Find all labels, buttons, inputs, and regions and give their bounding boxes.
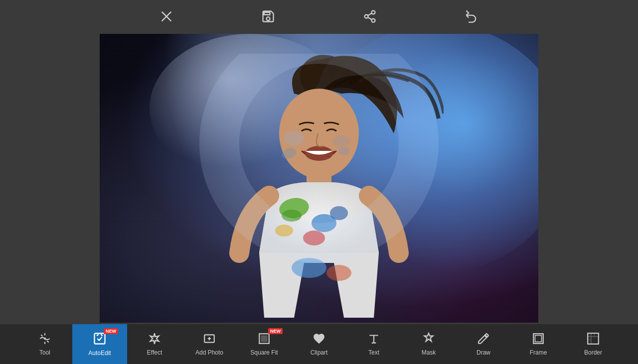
close-button[interactable]: [156, 5, 177, 27]
autoedit-label: AutoEdit: [88, 350, 111, 357]
text-label: Text: [368, 349, 379, 356]
border-label: Border: [584, 349, 602, 356]
addphoto-label: Add Photo: [195, 349, 223, 356]
mask-icon: [422, 332, 435, 347]
share-button[interactable]: [359, 5, 381, 27]
svg-point-18: [284, 131, 304, 146]
mask-button[interactable]: Mask: [401, 324, 456, 364]
svg-rect-28: [95, 334, 105, 344]
svg-line-5: [368, 17, 372, 19]
svg-rect-33: [262, 336, 267, 342]
autoedit-new-badge: NEW: [104, 328, 118, 334]
squarefit-button[interactable]: NEW Square Fit: [237, 324, 292, 364]
photo-background: [100, 34, 538, 323]
frame-icon: [532, 332, 545, 347]
undo-button[interactable]: [461, 5, 482, 27]
svg-point-12: [330, 206, 348, 220]
svg-point-19: [332, 135, 350, 147]
squarefit-label: Square Fit: [250, 349, 278, 356]
top-toolbar: [0, 0, 638, 32]
svg-point-2: [372, 10, 375, 14]
mask-label: Mask: [422, 349, 436, 356]
addphoto-icon: [203, 332, 216, 347]
effect-icon: [148, 332, 161, 347]
clipart-label: Clipart: [311, 349, 328, 356]
person-figure: [194, 54, 444, 323]
draw-icon: [477, 332, 490, 347]
svg-line-6: [368, 13, 372, 15]
svg-line-25: [41, 335, 42, 336]
effect-button[interactable]: Effect: [127, 324, 182, 364]
svg-line-26: [47, 341, 49, 343]
border-icon: [587, 332, 600, 347]
svg-point-27: [44, 338, 45, 339]
autoedit-button[interactable]: NEW AutoEdit: [72, 324, 127, 364]
photo-canvas: [100, 34, 538, 323]
canvas-area: [0, 32, 638, 324]
draw-label: Draw: [477, 349, 490, 356]
svg-point-17: [338, 147, 350, 155]
svg-point-3: [365, 14, 368, 18]
text-button[interactable]: Text: [346, 324, 401, 364]
svg-rect-36: [588, 333, 599, 344]
tool-button[interactable]: Tool: [17, 324, 72, 364]
draw-button[interactable]: Draw: [456, 324, 511, 364]
frame-label: Frame: [530, 349, 547, 356]
text-icon: [367, 332, 380, 347]
svg-point-21: [326, 265, 351, 281]
border-button[interactable]: Border: [566, 324, 621, 364]
clipart-button[interactable]: Clipart: [292, 324, 346, 364]
svg-rect-35: [535, 336, 542, 342]
bottom-toolbar: Tool NEW AutoEdit Effect Add: [0, 324, 638, 364]
clipart-icon: [313, 332, 325, 347]
effect-label: Effect: [147, 349, 162, 356]
save-button[interactable]: [257, 5, 279, 27]
addphoto-button[interactable]: Add Photo: [182, 324, 237, 364]
tool-icon: [38, 332, 51, 347]
squarefit-icon: [258, 332, 271, 347]
svg-point-4: [372, 18, 375, 22]
frame-button[interactable]: Frame: [511, 324, 566, 364]
squarefit-new-badge: NEW: [268, 328, 283, 334]
tool-label: Tool: [39, 349, 50, 356]
